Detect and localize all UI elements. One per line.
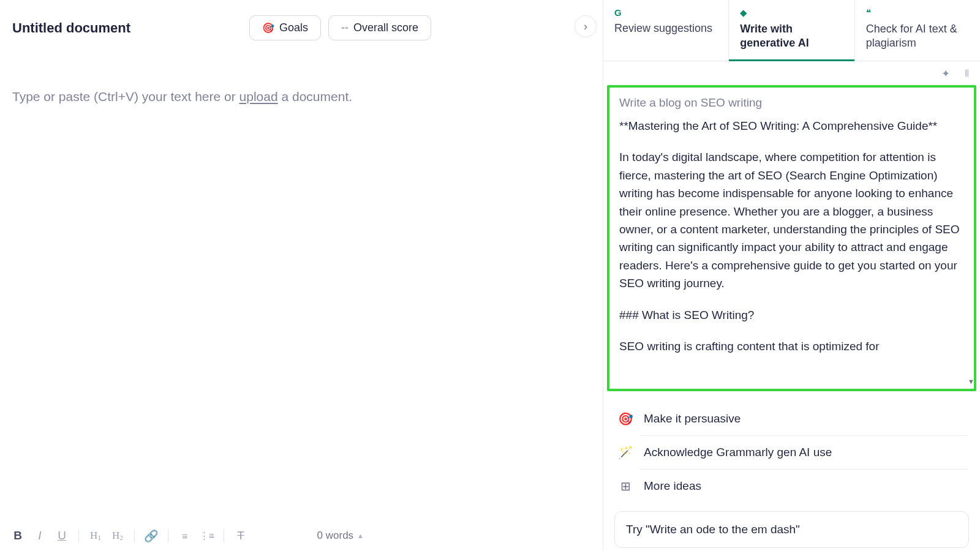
caret-up-icon: ▲ — [357, 532, 364, 539]
toolbar-separator — [78, 529, 79, 542]
document-title[interactable]: Untitled document — [12, 20, 239, 36]
tab-label: Write with generative AI — [740, 22, 843, 51]
ordered-list-button[interactable]: ≡ — [175, 525, 195, 546]
collapse-panel-button[interactable]: › — [575, 15, 597, 37]
ai-paragraph: In today's digital landscape, where comp… — [619, 148, 964, 293]
editor-body[interactable]: Type or paste (Ctrl+V) your text here or… — [0, 47, 603, 116]
ordered-list-icon: ≡ — [183, 531, 188, 541]
grammarly-icon: G — [614, 7, 717, 18]
action-acknowledge-ai[interactable]: 🪄 Acknowledge Grammarly gen AI use — [616, 436, 968, 469]
link-icon: 🔗 — [144, 529, 159, 543]
link-button[interactable]: 🔗 — [141, 525, 162, 546]
italic-button[interactable]: I — [29, 525, 50, 546]
tab-label: Review suggestions — [614, 21, 717, 36]
goals-button[interactable]: 🎯 Goals — [249, 15, 321, 40]
action-more-ideas[interactable]: ⊞ More ideas — [616, 470, 968, 503]
panel-tabs: G Review suggestions ◆ Write with genera… — [603, 0, 980, 61]
assistant-panel: G Review suggestions ◆ Write with genera… — [603, 0, 980, 551]
word-count-label: 0 words — [317, 530, 354, 542]
score-label: Overall score — [353, 21, 418, 34]
tab-review-suggestions[interactable]: G Review suggestions — [603, 0, 729, 61]
grid-plus-icon: ⊞ — [618, 479, 633, 493]
action-label: Make it persuasive — [644, 412, 741, 425]
ai-generated-content[interactable]: **Mastering the Art of SEO Writing: A Co… — [619, 117, 964, 356]
sparkle-icon[interactable]: ✦ — [941, 67, 950, 80]
ai-title-line: **Mastering the Art of SEO Writing: A Co… — [619, 117, 964, 135]
quote-icon: ❝ — [866, 7, 969, 18]
voice-icon[interactable]: ⦀ — [965, 67, 969, 80]
upload-link[interactable]: upload — [239, 89, 278, 103]
ai-paragraph: SEO writing is crafting content that is … — [619, 337, 964, 355]
target-icon: 🎯 — [618, 411, 633, 426]
scroll-down-indicator[interactable]: ▼ — [968, 378, 974, 385]
header: Untitled document 🎯 Goals -- Overall sco… — [0, 0, 603, 47]
clear-formatting-button[interactable]: T — [230, 525, 251, 546]
placeholder-text-suffix: a document. — [278, 89, 352, 103]
ai-prompt-text[interactable]: Write a blog on SEO writing — [619, 96, 964, 110]
heading1-button[interactable]: H1 — [85, 525, 106, 546]
toolbar-separator — [224, 529, 224, 542]
ai-action-list: 🎯 Make it persuasive 🪄 Acknowledge Gramm… — [607, 402, 976, 503]
ai-output-card: Write a blog on SEO writing **Mastering … — [607, 85, 976, 391]
score-value: -- — [341, 21, 349, 34]
target-icon: 🎯 — [262, 22, 274, 34]
pencil-sparkle-icon: 🪄 — [618, 445, 633, 460]
editor-pane: Untitled document 🎯 Goals -- Overall sco… — [0, 0, 603, 551]
unordered-list-icon: ⋮≡ — [200, 530, 214, 541]
heading2-button[interactable]: H2 — [107, 525, 128, 546]
word-count[interactable]: 0 words ▲ — [317, 530, 364, 542]
formatting-toolbar: B I U H1 H2 🔗 ≡ ⋮≡ T 0 words ▲ — [0, 525, 603, 551]
tab-write-generative-ai[interactable]: ◆ Write with generative AI — [729, 0, 854, 61]
action-label: More ideas — [644, 479, 701, 493]
header-buttons: 🎯 Goals -- Overall score — [249, 15, 431, 40]
toolbar-separator — [134, 529, 135, 542]
panel-action-icons: ✦ ⦀ — [603, 61, 980, 83]
prompt-suggestion-text: Try "Write an ode to the em dash" — [626, 523, 800, 536]
action-make-persuasive[interactable]: 🎯 Make it persuasive — [616, 402, 968, 435]
clear-format-icon: T — [237, 529, 244, 542]
tab-check-ai-plagiarism[interactable]: ❝ Check for AI text & plagiarism — [855, 0, 980, 61]
tab-label: Check for AI text & plagiarism — [866, 22, 969, 51]
ai-heading: ### What is SEO Writing? — [619, 306, 964, 324]
underline-button[interactable]: U — [51, 525, 72, 546]
placeholder-text-prefix: Type or paste (Ctrl+V) your text here or — [12, 89, 239, 103]
overall-score-button[interactable]: -- Overall score — [328, 15, 431, 40]
bold-button[interactable]: B — [7, 525, 28, 546]
prompt-suggestion-card[interactable]: Try "Write an ode to the em dash" — [614, 511, 969, 548]
chevron-right-icon: › — [584, 20, 587, 33]
goals-label: Goals — [279, 21, 308, 34]
toolbar-separator — [168, 529, 168, 542]
ai-diamond-icon: ◆ — [740, 7, 843, 18]
unordered-list-button[interactable]: ⋮≡ — [197, 525, 217, 546]
action-label: Acknowledge Grammarly gen AI use — [644, 446, 832, 459]
